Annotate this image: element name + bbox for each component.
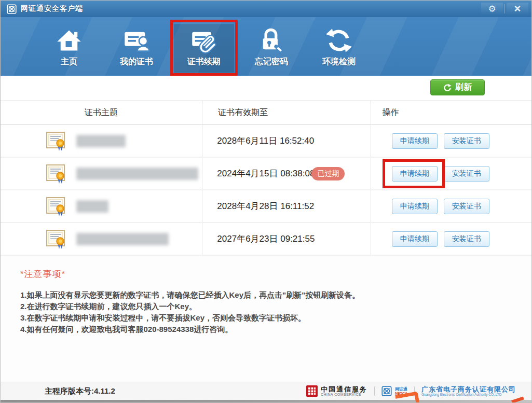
- header-operations: 操作: [371, 101, 531, 124]
- nav-item-home[interactable]: 主页: [39, 24, 99, 73]
- close-icon: ×: [514, 4, 521, 14]
- apply-renewal-button[interactable]: 申请续期: [392, 199, 438, 214]
- certificate-icon: [46, 197, 67, 216]
- window-controls: ⚙ ×: [481, 1, 528, 17]
- header-certificate-subject: 证书主题: [1, 101, 202, 124]
- install-certificate-button[interactable]: 安装证书: [444, 133, 489, 149]
- expiry-date: 2027年6月23日 09:21:55: [217, 233, 315, 245]
- certificate-icon: [46, 164, 67, 184]
- cell-operations: 申请续期 安装证书: [371, 125, 531, 157]
- certificate-icon: [46, 229, 67, 249]
- note-item: 4.如有任何疑问，欢迎致电我司客服020-89524338进行咨询。: [20, 324, 512, 335]
- gdca-cn: 广东省电子商务认证有限公司: [421, 386, 516, 393]
- logo-separator: [374, 386, 375, 396]
- table-row: 2028年6月11日 16:52:40 申请续期 安装证书: [1, 125, 531, 158]
- cell-subject: [1, 190, 202, 222]
- refresh-icon: [443, 84, 452, 92]
- cell-subject: [1, 125, 202, 157]
- install-certificate-button[interactable]: 安装证书: [444, 199, 489, 214]
- app-logo-icon: [7, 4, 17, 14]
- cell-valid-until: 2028年6月11日 16:52:40: [202, 125, 371, 157]
- titlebar-separator: [504, 4, 505, 13]
- cell-subject: [1, 223, 202, 255]
- titlebar: 网证通安全客户端 ⚙ ×: [1, 1, 531, 17]
- notes-section: *注意事项* 1.如果上面没有显示您要更新的数字证书，请确保您已经插入Key后，…: [1, 256, 531, 382]
- settings-gear-button[interactable]: ⚙: [481, 3, 503, 15]
- nav-label: 忘记密码: [255, 57, 288, 67]
- redacted-subject: [76, 168, 198, 180]
- nav-label: 证书续期: [187, 57, 221, 67]
- install-certificate-button[interactable]: 安装证书: [444, 166, 489, 182]
- note-item: 1.如果上面没有显示您要更新的数字证书，请确保您已经插入Key后，再点击"刷新"…: [20, 289, 512, 301]
- apply-renewal-button[interactable]: 申请续期: [392, 231, 438, 247]
- main-navigation: 主页 我的证书 证书续期 忘记密码 环境检测: [1, 17, 531, 76]
- close-button[interactable]: ×: [507, 3, 528, 15]
- china-comservice-en: CHINA COMSERVICE: [321, 393, 367, 396]
- cell-operations: 申请续期 安装证书: [371, 223, 531, 255]
- certificate-table-header: 证书主题 证书有效期至 操作: [1, 100, 531, 125]
- netca-client-window: 网证通安全客户端 ⚙ × 主页 我的证书 证书续期 忘记密码: [0, 0, 532, 403]
- nav-item-certificate-renewal[interactable]: 证书续期: [174, 24, 234, 73]
- environment-check-icon: [325, 27, 352, 54]
- footer: 主程序版本号:4.11.2 中国通信服务 CHINA COMSERVICE 网证…: [1, 382, 531, 400]
- netca-cn: 网证通: [395, 387, 407, 392]
- china-comservice-cn: 中国通信服务: [321, 386, 367, 393]
- table-row: 2028年4月28日 16:11:52 申请续期 安装证书: [1, 190, 531, 223]
- china-comservice-icon: [306, 385, 318, 397]
- redacted-subject: [76, 233, 169, 245]
- nav-label: 环境检测: [322, 57, 356, 67]
- certificate-renewal-icon: [190, 27, 217, 54]
- home-icon: [56, 27, 83, 54]
- notes-title: *注意事项*: [20, 268, 512, 280]
- expiry-date: 2028年4月28日 16:11:52: [217, 200, 314, 212]
- cell-valid-until: 2028年4月28日 16:11:52: [202, 190, 371, 222]
- redacted-subject: [76, 200, 108, 213]
- refresh-label: 刷新: [455, 82, 472, 93]
- nav-label: 主页: [61, 57, 77, 67]
- apply-renewal-button[interactable]: 申请续期: [392, 133, 438, 149]
- install-certificate-button[interactable]: 安装证书: [444, 231, 489, 247]
- nav-item-my-certificates[interactable]: 我的证书: [106, 24, 167, 73]
- forgot-password-icon: [258, 27, 285, 54]
- refresh-button[interactable]: 刷新: [430, 79, 485, 95]
- cell-valid-until: 2024年4月15日 08:38:08 已过期: [202, 158, 371, 189]
- cell-valid-until: 2027年6月23日 09:21:55: [202, 223, 371, 255]
- cell-operations: 申请续期 安装证书: [371, 190, 531, 222]
- expired-badge: 已过期: [311, 167, 345, 180]
- nav-item-forgot-password[interactable]: 忘记密码: [241, 24, 302, 73]
- gdca-logo: 广东省电子商务认证有限公司 Guangdong Electronic Certi…: [421, 386, 516, 396]
- note-item: 3.在数字证书续期申请和安装过程中，请不要插拔Key，否则会导致数字证书损坏。: [20, 312, 512, 324]
- header-valid-until: 证书有效期至: [202, 101, 371, 124]
- table-row: 2027年6月23日 09:21:55 申请续期 安装证书: [1, 223, 531, 256]
- table-row: 2024年4月15日 08:38:08 已过期 申请续期 安装证书: [1, 158, 531, 190]
- certificate-icon: [46, 131, 67, 151]
- nav-label: 我的证书: [120, 57, 153, 67]
- china-comservice-logo: 中国通信服务 CHINA COMSERVICE: [306, 385, 367, 397]
- netca-icon: [381, 386, 392, 396]
- cell-subject: [1, 158, 202, 189]
- cell-operations: 申请续期 安装证书: [371, 158, 531, 189]
- redacted-subject: [76, 135, 126, 147]
- note-item: 2.在进行数字证书续期前，建议您只插入一个Key。: [20, 301, 512, 312]
- window-title: 网证通安全客户端: [21, 4, 83, 13]
- expiry-date: 2028年6月11日 16:52:40: [217, 135, 314, 147]
- window-bottom-edge: [1, 400, 531, 403]
- nav-item-environment-check[interactable]: 环境检测: [309, 24, 369, 73]
- apply-renewal-button[interactable]: 申请续期: [392, 166, 438, 182]
- toolbar: 刷新: [1, 76, 531, 100]
- version-label: 主程序版本号:4.11.2: [45, 386, 115, 396]
- my-certificates-icon: [123, 27, 150, 54]
- gdca-en: Guangdong Electronic Certification Autho…: [421, 393, 516, 396]
- gear-icon: ⚙: [488, 4, 496, 15]
- expiry-date: 2024年4月15日 08:38:08: [217, 168, 315, 179]
